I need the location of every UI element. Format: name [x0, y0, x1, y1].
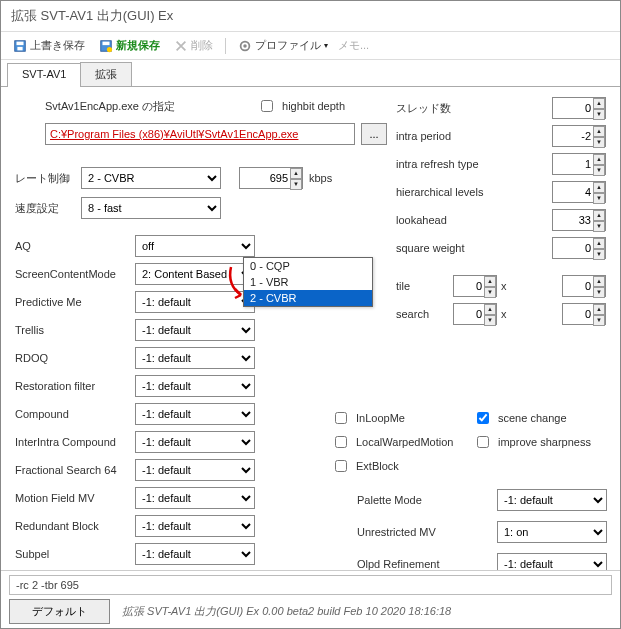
setting-select[interactable]: -1: default	[135, 487, 255, 509]
setting-select[interactable]: off	[135, 235, 255, 257]
rate-control-label: レート制御	[15, 171, 75, 186]
setting-label: Redundant Block	[15, 520, 135, 532]
main-window: 拡張 SVT-AV1 出力(GUI) Ex 上書き保存 新規保存 削除 プロファ	[0, 0, 621, 629]
num-label: intra period	[396, 130, 552, 142]
setting-label: Trellis	[15, 324, 135, 336]
floppy-new-icon	[99, 39, 113, 53]
rate-option-vbr[interactable]: 1 - VBR	[244, 274, 372, 290]
floppy-icon	[13, 39, 27, 53]
checkbox[interactable]	[477, 436, 489, 448]
svg-rect-4	[103, 41, 110, 45]
svg-rect-2	[17, 46, 22, 50]
select[interactable]: -1: default	[497, 553, 607, 570]
num-label: スレッド数	[396, 101, 552, 116]
delete-icon	[174, 39, 188, 53]
setting-label: Motion Field MV	[15, 492, 135, 504]
delete-button[interactable]: 削除	[170, 36, 217, 55]
setting-select[interactable]: -1: default	[135, 515, 255, 537]
setting-label: Restoration filter	[15, 380, 135, 392]
num-label: square weight	[396, 242, 552, 254]
right-selects: Palette Mode-1: defaultUnrestricted MV1:…	[357, 489, 607, 570]
checkbox[interactable]	[477, 412, 489, 424]
speed-select[interactable]: 8 - fast	[81, 197, 221, 219]
gear-icon	[238, 39, 252, 53]
checkbox[interactable]	[335, 460, 347, 472]
checkbox-label: ExtBlock	[356, 460, 399, 472]
checkbox-label: InLoopMe	[356, 412, 405, 424]
select-label: Unrestricted MV	[357, 526, 497, 538]
exe-path-label: SvtAv1EncApp.exe の指定	[45, 99, 175, 114]
rate-control-dropdown-open[interactable]: 0 - CQP 1 - VBR 2 - CVBR	[243, 257, 373, 307]
save-overwrite-button[interactable]: 上書き保存	[9, 36, 89, 55]
memo-label[interactable]: メモ...	[338, 38, 369, 53]
rate-control-select[interactable]: 2 - CVBR	[81, 167, 221, 189]
rate-option-cqp[interactable]: 0 - CQP	[244, 258, 372, 274]
setting-label: InterIntra Compound	[15, 436, 135, 448]
highbit-depth-checkbox[interactable]	[261, 100, 273, 112]
checkbox-label: LocalWarpedMotion	[356, 436, 453, 448]
setting-select[interactable]: -1: default	[135, 403, 255, 425]
svg-rect-1	[17, 41, 24, 45]
setting-label: ScreenContentMode	[15, 268, 135, 280]
tile-label: tile	[396, 280, 453, 292]
svg-point-7	[243, 44, 247, 48]
toolbar: 上書き保存 新規保存 削除 プロファイル ▾ メモ...	[1, 32, 620, 60]
save-new-button[interactable]: 新規保存	[95, 36, 164, 55]
search-label: search	[396, 308, 453, 320]
select[interactable]: 1: on	[497, 521, 607, 543]
checkbox-label: scene change	[498, 412, 567, 424]
setting-select[interactable]: -1: default	[135, 431, 255, 453]
rate-option-cvbr[interactable]: 2 - CVBR	[244, 290, 372, 306]
num-label: lookahead	[396, 214, 552, 226]
build-info: 拡張 SVT-AV1 出力(GUI) Ex 0.00 beta2 build F…	[122, 604, 451, 619]
setting-select[interactable]: -1: default	[135, 319, 255, 341]
middle-checkboxes: InLoopMeLocalWarpedMotionExtBlock	[331, 409, 461, 481]
browse-button[interactable]: ...	[361, 123, 387, 145]
setting-label: Fractional Search 64	[15, 464, 135, 476]
bitrate-spinner[interactable]: ▲▼	[290, 168, 302, 188]
toolbar-separator	[225, 38, 226, 54]
checkbox-label: improve sharpness	[498, 436, 591, 448]
tab-svt-av1[interactable]: SVT-AV1	[7, 63, 81, 87]
bitrate-unit: kbps	[309, 172, 332, 184]
setting-select[interactable]: -1: default	[135, 347, 255, 369]
right-checkboxes: scene changeimprove sharpness	[473, 409, 613, 457]
num-label: hierarchical levels	[396, 186, 552, 198]
window-title: 拡張 SVT-AV1 出力(GUI) Ex	[1, 1, 620, 32]
select-label: Palette Mode	[357, 494, 497, 506]
num-label: intra refresh type	[396, 158, 552, 170]
footer: -rc 2 -tbr 695 デフォルト 拡張 SVT-AV1 出力(GUI) …	[1, 570, 620, 628]
tab-ext[interactable]: 拡張	[80, 62, 132, 86]
setting-label: Predictive Me	[15, 296, 135, 308]
setting-label: Compound	[15, 408, 135, 420]
setting-select[interactable]: -1: default	[135, 459, 255, 481]
speed-label: 速度設定	[15, 201, 75, 216]
right-column: スレッド数▲▼intra period▲▼intra refresh type▲…	[396, 97, 606, 331]
setting-select[interactable]: -1: default	[135, 375, 255, 397]
annotation-arrow-icon	[225, 265, 251, 301]
content-panel: SvtAv1EncApp.exe の指定 highbit depth ... レ…	[1, 87, 620, 570]
select[interactable]: -1: default	[497, 489, 607, 511]
setting-label: AQ	[15, 240, 135, 252]
command-line-display: -rc 2 -tbr 695	[9, 575, 612, 595]
highbit-depth-label: highbit depth	[282, 100, 345, 112]
chevron-down-icon: ▾	[324, 41, 328, 50]
setting-label: RDOQ	[15, 352, 135, 364]
tab-bar: SVT-AV1 拡張	[1, 62, 620, 87]
setting-select[interactable]: -1: default	[135, 543, 255, 565]
profile-button[interactable]: プロファイル ▾	[234, 36, 332, 55]
exe-path-input[interactable]	[45, 123, 355, 145]
svg-point-5	[107, 46, 112, 51]
select-label: Olpd Refinement	[357, 558, 497, 570]
default-button[interactable]: デフォルト	[9, 599, 110, 624]
checkbox[interactable]	[335, 412, 347, 424]
checkbox[interactable]	[335, 436, 347, 448]
setting-label: Subpel	[15, 548, 135, 560]
